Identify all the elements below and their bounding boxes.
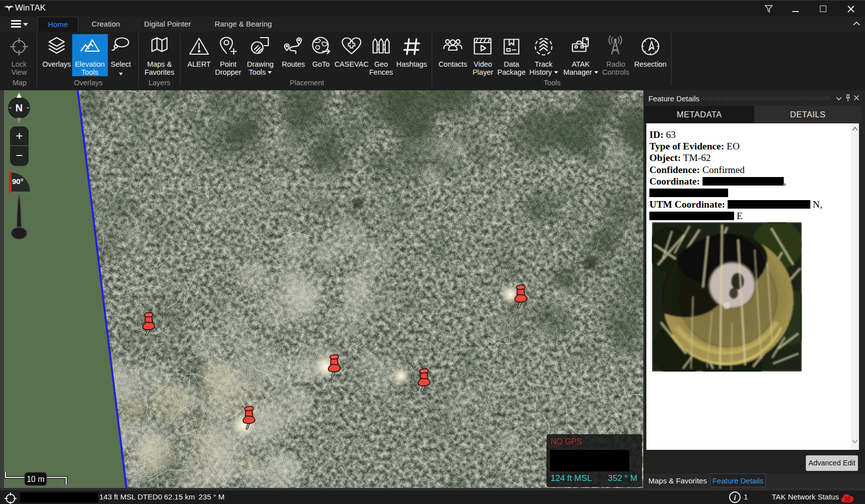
svg-text:10 m: 10 m	[27, 475, 45, 483]
svg-text:N: N	[16, 102, 23, 113]
svg-text:i: i	[734, 493, 736, 501]
svg-text:90°: 90°	[12, 177, 24, 186]
